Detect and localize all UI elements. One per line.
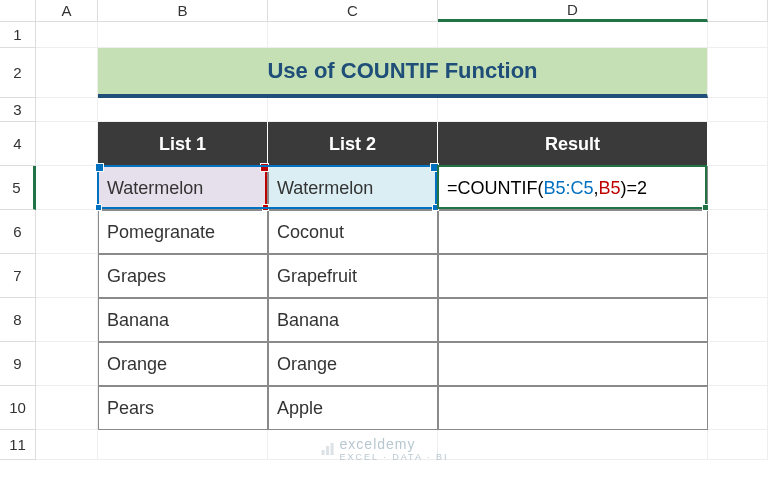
- cell-a2[interactable]: [36, 48, 98, 98]
- cell-c9[interactable]: Orange: [268, 342, 438, 386]
- cell-e4[interactable]: [708, 122, 768, 166]
- formula-eq: =: [447, 178, 458, 199]
- cell-b7[interactable]: Grapes: [98, 254, 268, 298]
- cell-a6[interactable]: [36, 210, 98, 254]
- cell-b3[interactable]: [98, 98, 268, 122]
- col-header-b[interactable]: B: [98, 0, 268, 22]
- cell-b8[interactable]: Banana: [98, 298, 268, 342]
- row-header-7[interactable]: 7: [0, 254, 36, 298]
- col-header-d[interactable]: D: [438, 0, 708, 22]
- cell-d6[interactable]: [438, 210, 708, 254]
- cell-a11[interactable]: [36, 430, 98, 460]
- cell-a4[interactable]: [36, 122, 98, 166]
- row-header-10[interactable]: 10: [0, 386, 36, 430]
- formula-range: B5:C5: [544, 178, 594, 199]
- cell-a7[interactable]: [36, 254, 98, 298]
- row-headers: 1 2 3 4 5 6 7 8 9 10 11: [0, 22, 36, 460]
- cell-b5[interactable]: Watermelon: [98, 166, 268, 210]
- cell-d8[interactable]: [438, 298, 708, 342]
- cell-b1[interactable]: [98, 22, 268, 48]
- select-all-corner[interactable]: [0, 0, 36, 22]
- cell-d5[interactable]: =COUNTIF(B5:C5,B5)=2: [438, 166, 708, 210]
- row-header-2[interactable]: 2: [0, 48, 36, 98]
- cell-a3[interactable]: [36, 98, 98, 122]
- cell-c1[interactable]: [268, 22, 438, 48]
- cell-a8[interactable]: [36, 298, 98, 342]
- cell-e5[interactable]: [708, 166, 768, 210]
- cell-c10[interactable]: Apple: [268, 386, 438, 430]
- cell-a10[interactable]: [36, 386, 98, 430]
- cell-d10[interactable]: [438, 386, 708, 430]
- formula-criteria: B5: [599, 178, 621, 199]
- header-list1[interactable]: List 1: [98, 122, 268, 166]
- grid: Use of COUNTIF Function List 1 List 2 Re…: [36, 22, 768, 460]
- cell-a5[interactable]: [36, 166, 98, 210]
- row-header-6[interactable]: 6: [0, 210, 36, 254]
- spreadsheet: A B C D 1 2 3 4 5 6 7 8 9 10 11 Use of C…: [0, 0, 768, 504]
- column-headers: A B C D: [0, 0, 768, 22]
- cell-e8[interactable]: [708, 298, 768, 342]
- cell-c11[interactable]: [268, 430, 438, 460]
- header-list2[interactable]: List 2: [268, 122, 438, 166]
- cell-d11[interactable]: [438, 430, 708, 460]
- cell-d3[interactable]: [438, 98, 708, 122]
- cell-e1[interactable]: [708, 22, 768, 48]
- formula-fn: COUNTIF(: [458, 178, 544, 199]
- cell-b11[interactable]: [98, 430, 268, 460]
- cell-b6[interactable]: Pomegranate: [98, 210, 268, 254]
- cell-e6[interactable]: [708, 210, 768, 254]
- cell-d1[interactable]: [438, 22, 708, 48]
- row-header-9[interactable]: 9: [0, 342, 36, 386]
- formula-tail: =2: [627, 178, 648, 199]
- cell-a1[interactable]: [36, 22, 98, 48]
- row-header-5[interactable]: 5: [0, 166, 36, 210]
- cell-c5[interactable]: Watermelon: [268, 166, 438, 210]
- cell-d9[interactable]: [438, 342, 708, 386]
- col-header-c[interactable]: C: [268, 0, 438, 22]
- cell-e9[interactable]: [708, 342, 768, 386]
- cell-e3[interactable]: [708, 98, 768, 122]
- row-header-8[interactable]: 8: [0, 298, 36, 342]
- cell-b9[interactable]: Orange: [98, 342, 268, 386]
- cell-c3[interactable]: [268, 98, 438, 122]
- cell-c6[interactable]: Coconut: [268, 210, 438, 254]
- cell-e11[interactable]: [708, 430, 768, 460]
- col-header-extra[interactable]: [708, 0, 768, 22]
- row-header-1[interactable]: 1: [0, 22, 36, 48]
- cell-e7[interactable]: [708, 254, 768, 298]
- cell-e2[interactable]: [708, 48, 768, 98]
- row-header-4[interactable]: 4: [0, 122, 36, 166]
- row-header-3[interactable]: 3: [0, 98, 36, 122]
- header-result[interactable]: Result: [438, 122, 708, 166]
- cell-c7[interactable]: Grapefruit: [268, 254, 438, 298]
- row-header-11[interactable]: 11: [0, 430, 36, 460]
- title-cell[interactable]: Use of COUNTIF Function: [98, 48, 708, 98]
- col-header-a[interactable]: A: [36, 0, 98, 22]
- cell-b10[interactable]: Pears: [98, 386, 268, 430]
- cell-d7[interactable]: [438, 254, 708, 298]
- cell-e10[interactable]: [708, 386, 768, 430]
- cell-c8[interactable]: Banana: [268, 298, 438, 342]
- cell-a9[interactable]: [36, 342, 98, 386]
